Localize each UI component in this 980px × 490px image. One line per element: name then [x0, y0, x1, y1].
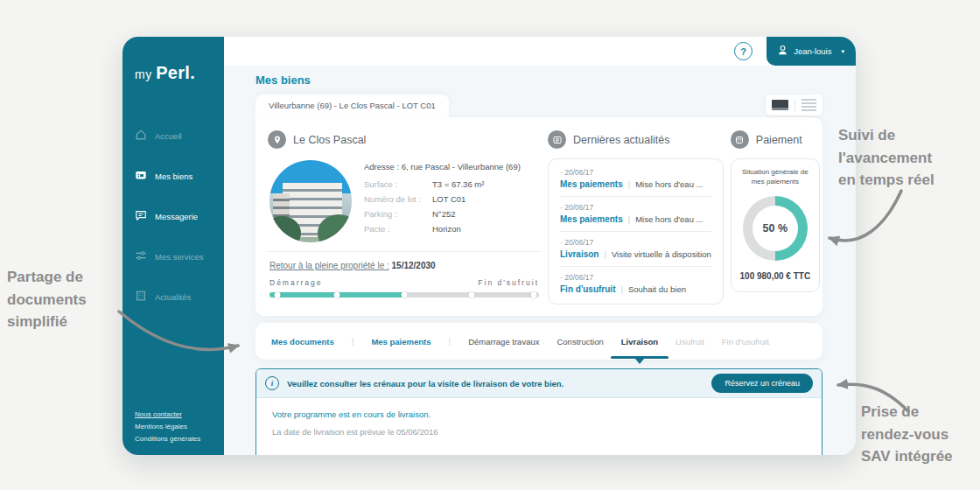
sidebar-item-accueil[interactable]: Accueil: [135, 129, 212, 143]
info-message: Veuillez consulter les crénaux pour la v…: [287, 379, 564, 388]
news-text: Visite virtuelle à disposition: [612, 249, 711, 259]
sidebar-item-messagerie[interactable]: Messagerie: [135, 209, 212, 223]
news-item[interactable]: · 20/06/17 Mes paiements|Mise hors d'eau…: [560, 197, 711, 232]
logo-prefix: my: [135, 67, 152, 81]
newspaper-icon: [548, 130, 566, 149]
news-text: Mise hors d'eau ...: [635, 179, 703, 189]
sidebar-item-actualites[interactable]: Actualités: [135, 290, 212, 304]
news-item[interactable]: · 20/06/17 Mes paiements|Mise hors d'eau…: [560, 162, 711, 197]
tab-usufruit[interactable]: Usufruit: [676, 337, 704, 346]
help-icon: ?: [740, 46, 746, 57]
chat-icon: [135, 209, 147, 223]
tab-livraison[interactable]: Livraison: [621, 337, 658, 346]
legal-link[interactable]: Mentions légales: [135, 423, 200, 430]
property-details: Adresse : 6, rue Pascal - Villeurbanne (…: [364, 160, 539, 242]
user-menu[interactable]: Jean-louis ▾: [766, 37, 856, 66]
payment-card-title: Situation générale de mes paiements: [735, 168, 816, 187]
payment-donut: 50 %: [743, 196, 808, 261]
progress-dot: [402, 292, 408, 298]
news-separator: |: [628, 214, 630, 224]
sidebar-item-label: Mes services: [155, 252, 203, 262]
info-icon: i: [265, 376, 279, 390]
payment-amount: 100 980,00 € TTC: [735, 271, 816, 281]
news-date: 20/06/17: [564, 168, 593, 177]
news-category-link[interactable]: Livraison: [560, 249, 598, 259]
info-banner: i Veuillez consulter les crénaux pour la…: [256, 369, 822, 398]
tab-separator: |: [449, 337, 452, 346]
sidebar-item-label: Actualités: [155, 292, 191, 302]
section-tabs: Mes documents | Mes paiements | Démarrag…: [256, 323, 822, 360]
progress-dot: [530, 292, 536, 298]
app-window: my Perl. Accueil Mes biens Messagerie: [122, 37, 856, 455]
list-view-icon[interactable]: [802, 99, 816, 111]
active-tab-underline: [611, 356, 668, 359]
news-date: 20/06/17: [564, 238, 593, 247]
progress-dot: [469, 292, 475, 298]
username: Jean-louis: [794, 46, 831, 56]
toggle-divider: [794, 99, 795, 111]
tab-demarrage-travaux[interactable]: Démarrage travaux: [468, 337, 539, 346]
info-body: Votre programme est en cours de livraiso…: [256, 398, 822, 448]
news-card: · 20/06/17 Mes paiements|Mise hors d'eau…: [548, 158, 724, 304]
app-logo: my Perl.: [135, 63, 212, 83]
payment-percent: 50 %: [752, 206, 798, 251]
property-selector-tab[interactable]: Villeurbanne (69) - Le Clos Pascal - LOT…: [256, 94, 449, 117]
progress-dot: [334, 292, 340, 298]
sidebar-item-label: Messagerie: [155, 212, 198, 221]
news-item[interactable]: · 20/06/17 Livraison|Visite virtuelle à …: [560, 232, 711, 267]
detail-row: Parking : N°252: [364, 209, 539, 219]
tab-mes-documents[interactable]: Mes documents: [271, 337, 334, 346]
property-summary-card: Le Clos Pascal Adresse : 6, rue Pascal -…: [256, 117, 822, 316]
news-item[interactable]: · 20/06/17 Fin d'usufruit|Souhait du bie…: [560, 267, 711, 301]
property-tab-row: Villeurbanne (69) - Le Clos Pascal - LOT…: [256, 94, 822, 117]
main-column: ? Jean-louis ▾ Mes biens Villeurbanne (6…: [224, 37, 856, 455]
annotation-documents: Partage de documents simplifié: [7, 266, 130, 333]
bullet-icon: ·: [560, 203, 563, 212]
progress-bar: [270, 292, 539, 298]
annotation-appointment: Prise de rendez-vous SAV intégrée: [861, 401, 980, 468]
contact-link[interactable]: Nous contacter: [135, 410, 200, 418]
sidebar-item-mes-services[interactable]: Mes services: [135, 249, 212, 263]
reserve-slot-button[interactable]: Réservez un créneau: [711, 374, 813, 393]
property-header: Le Clos Pascal: [268, 130, 541, 149]
property-section: Le Clos Pascal Adresse : 6, rue Pascal -…: [268, 129, 541, 304]
news-section: Dernières actualités · 20/06/17 Mes paie…: [548, 129, 724, 304]
progress-labels: Démarrage Fin d'sufruit: [270, 278, 539, 287]
help-button[interactable]: ?: [734, 42, 752, 60]
sidebar-footer: Nous contacter Mentions légales Conditio…: [135, 410, 200, 443]
news-header: Dernières actualités: [548, 130, 724, 149]
payment-header: Paiement: [731, 130, 820, 149]
progress-dot: [275, 292, 281, 298]
detail-row: Surface : T3 = 67.36 m²: [364, 179, 539, 189]
news-separator: |: [604, 249, 606, 259]
sidebar-nav: Accueil Mes biens Messagerie Mes service…: [135, 129, 212, 304]
property-name: Le Clos Pascal: [293, 134, 366, 146]
tab-mes-paiements[interactable]: Mes paiements: [371, 337, 430, 346]
bullet-icon: ·: [560, 273, 563, 282]
card-view-icon[interactable]: [772, 100, 788, 110]
tab-separator: |: [352, 337, 354, 346]
delivery-date-line: La date de livraison est prévue le 05/06…: [272, 427, 806, 437]
terms-link[interactable]: Conditions générales: [135, 435, 200, 443]
payment-section: Paiement Situation générale de mes paiem…: [731, 129, 820, 304]
bullet-icon: ·: [560, 238, 563, 247]
sidebar-item-mes-biens[interactable]: Mes biens: [135, 169, 212, 183]
payment-card: Situation générale de mes paiements 50 %…: [731, 158, 820, 292]
news-separator: |: [620, 284, 622, 294]
content-area: Mes biens Villeurbanne (69) - Le Clos Pa…: [224, 66, 856, 455]
sidebar-item-label: Accueil: [155, 131, 182, 141]
progress-start-label: Démarrage: [270, 278, 323, 287]
news-category-link[interactable]: Mes paiements: [560, 214, 623, 224]
news-separator: |: [628, 179, 630, 189]
news-category-link[interactable]: Fin d'usufruit: [560, 284, 615, 294]
topbar: ? Jean-louis ▾: [224, 37, 856, 66]
tab-fin-usufruit[interactable]: Fin d'usufruit: [722, 337, 769, 346]
news-title: Dernières actualités: [573, 134, 669, 146]
detail-row: Pacte : Horizon: [364, 224, 539, 234]
news-category-link[interactable]: Mes paiements: [560, 179, 623, 189]
bullet-icon: ·: [560, 168, 563, 177]
tab-construction[interactable]: Construction: [556, 337, 603, 346]
calendar-icon: [731, 130, 749, 149]
location-pin-icon: [268, 130, 286, 149]
progress-end-label: Fin d'sufruit: [478, 278, 539, 287]
